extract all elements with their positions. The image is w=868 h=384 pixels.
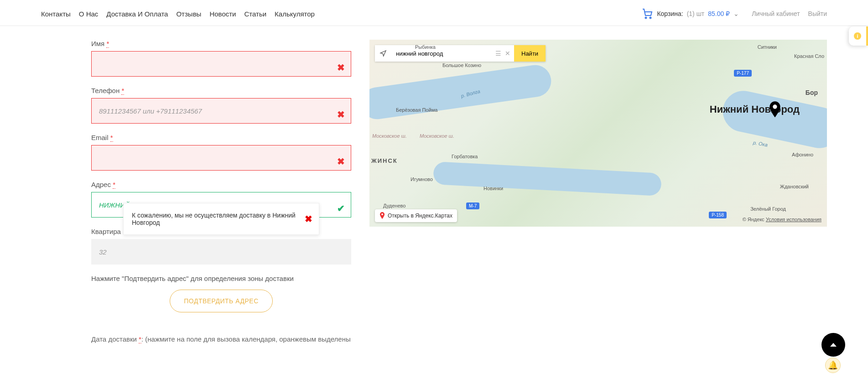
nav-delivery[interactable]: Доставка И Оплата [106,10,168,18]
map-search-button[interactable]: Найти [514,45,546,62]
map-label: Афонино [792,152,813,157]
error-icon: ✖ [337,62,345,73]
cart-price: 85.00 ₽ [708,10,730,17]
map-pin-icon [769,101,781,119]
map-label: Игумново [411,176,433,182]
address-label: Адрес * [91,181,115,188]
apartment-label: Квартира [91,228,121,235]
map-label: Московское ш. [372,133,407,139]
clear-icon[interactable]: ✕ [505,50,510,57]
map-label: Ждановский [780,184,809,189]
list-icon[interactable]: ☰ [495,50,501,57]
map-searchbar: ☰ ✕ Найти [375,45,546,62]
bell-icon: 🔔 [828,360,838,361]
delivery-error-popover: К сожалению, мы не осуществляем доставку… [123,203,319,235]
nav-articles[interactable]: Статьи [244,10,266,18]
error-icon: ✖ [337,156,345,167]
name-input[interactable] [91,51,351,77]
scroll-to-top-button[interactable] [821,333,845,357]
svg-point-3 [381,213,383,215]
road-badge: М-7 [466,202,479,209]
map-city-main: Нижний Новгород [710,104,800,115]
pin-icon [379,212,385,219]
svg-point-1 [650,17,651,19]
confirm-hint: Нажмите "Подтвердить адрес" для определе… [91,275,351,282]
map-label: Ситники [758,44,777,50]
cart-widget[interactable]: Корзина: (1) шт 85.00 ₽ ⌄ [641,8,739,19]
phone-input[interactable] [91,98,351,124]
map-label: Рыбинка [415,44,436,50]
nav-reviews[interactable]: Отзывы [176,10,201,18]
map-label: р. Ока [753,140,768,147]
nav-calculator[interactable]: Калькулятор [275,10,315,18]
map-search-input[interactable] [391,45,492,62]
map-attribution: © Яндекс Условия использования [743,217,821,222]
nav-contacts[interactable]: Контакты [41,10,71,18]
map-label: Бор [806,89,818,96]
confirm-address-button[interactable]: ПОДТВЕРДИТЬ АДРЕС [170,290,273,312]
map-label: Новинки [483,186,503,191]
map-label: Дуденево [383,203,405,208]
info-icon: i [854,32,861,40]
close-icon[interactable]: ✖ [305,213,312,224]
cart-label: Корзина: [657,10,683,17]
cart-count: (1) шт [687,10,705,17]
location-arrow-icon [379,50,387,57]
apartment-input[interactable] [91,239,351,265]
map-label: Берёзовая Пойма [396,107,437,113]
email-input[interactable] [91,145,351,171]
arrow-up-icon [830,343,837,347]
popover-text: К сожалению, мы не осуществляем доставку… [132,212,296,226]
map[interactable]: ☰ ✕ Найти Нижний Новгород Рыбинка Ситник… [369,40,827,227]
map-label: Большое Козино [442,62,481,68]
locate-button[interactable] [375,45,391,62]
terms-link[interactable]: Условия использования [766,217,821,222]
map-label: Московское ш. [420,133,454,139]
nav-news[interactable]: Новости [209,10,236,18]
name-label: Имя * [91,40,109,47]
svg-point-0 [645,17,647,19]
chevron-down-icon: ⌄ [733,10,739,17]
side-notification[interactable]: i [849,26,868,46]
open-in-yandex-link[interactable]: Открыть в Яндекс.Картах [375,209,457,222]
cart-icon [641,8,653,19]
road-badge: Р-158 [709,212,727,218]
map-label: Красная Сло [794,53,824,59]
date-delivery-label: Дата доставки *: (нажмите на поле для вы… [91,335,351,343]
logout-link[interactable]: Выйти [808,10,827,17]
road-badge: Р-177 [734,70,752,77]
main-nav: Контакты О Нас Доставка И Оплата Отзывы … [41,10,315,18]
phone-label: Телефон * [91,87,124,94]
account-link[interactable]: Личный кабинет [752,10,800,17]
map-label: ЖИНСК [371,157,398,164]
error-icon: ✖ [337,109,345,120]
email-label: Email * [91,134,113,141]
map-label: Горбатовка [452,154,478,159]
nav-about[interactable]: О Нас [79,10,99,18]
check-icon: ✔ [337,203,345,214]
map-label: Зелёный Город [750,206,786,212]
svg-point-2 [773,104,777,109]
